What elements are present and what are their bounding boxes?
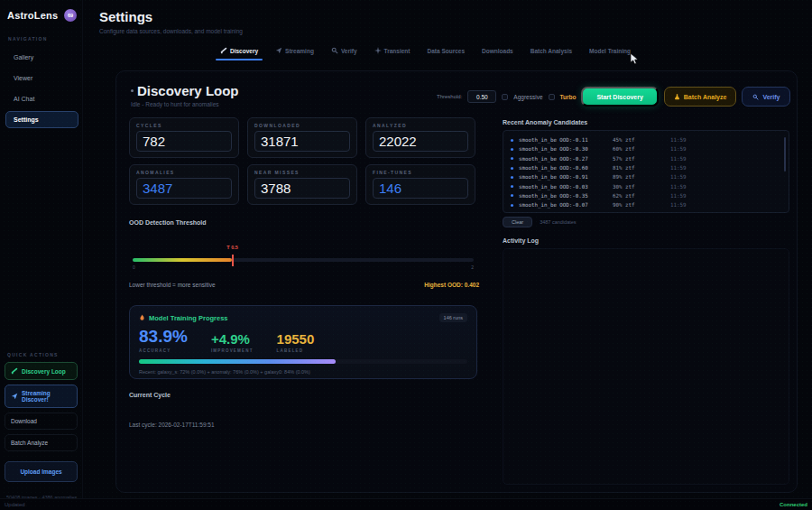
threshold-label: Threshold:	[437, 94, 462, 99]
candidates-count: 3487 candidates	[540, 219, 576, 225]
aggressive-checkbox[interactable]	[502, 94, 508, 100]
brand-badge-icon[interactable]: 69	[64, 9, 77, 22]
threshold-marker-label: T 0.5	[226, 245, 238, 250]
candidate-confidence: 57% ztf	[613, 156, 660, 162]
improvement-label: IMPROVEMENT	[211, 348, 254, 353]
candidate-time: 11:59	[670, 165, 686, 171]
threshold-input[interactable]	[467, 90, 496, 103]
slider-range-labels: 0 2	[133, 264, 474, 270]
tab-discovery[interactable]: Discovery	[220, 47, 258, 54]
tab-data-sources[interactable]: Data Sources	[428, 48, 466, 54]
slider-min-label: 0	[133, 264, 135, 270]
candidate-label: smooth_in_be OOD:-0.35	[519, 193, 613, 199]
verify-button[interactable]: Verify	[742, 87, 790, 107]
sidebar-item-settings[interactable]: Settings	[5, 111, 78, 128]
flask-icon	[674, 93, 680, 100]
status-bar: Updated Connected	[0, 498, 812, 510]
bullet-icon	[511, 176, 513, 179]
candidate-time: 11:59	[670, 174, 686, 180]
stat-card-cycles: CYCLES 782	[129, 117, 239, 158]
activity-log-panel	[503, 248, 789, 485]
stat-card-downloaded: DOWNLOADED 31871	[247, 117, 357, 158]
quick-batch-analyze-button[interactable]: Batch Analyze	[5, 434, 78, 451]
page-title: Settings	[99, 9, 152, 24]
discovery-loop-title: Discovery Loop	[137, 83, 239, 98]
scrollbar[interactable]	[784, 137, 786, 172]
stat-label: ANALYZED	[373, 123, 468, 128]
candidate-time: 11:59	[670, 156, 686, 162]
tab-downloads[interactable]: Downloads	[482, 48, 513, 54]
tab-batch-analysis[interactable]: Batch Analysis	[531, 48, 572, 54]
quick-download-button[interactable]: Download	[5, 413, 78, 430]
tab-model-training[interactable]: Model Training	[589, 48, 631, 54]
upload-images-button[interactable]: Upload Images	[5, 461, 78, 482]
bullet-icon	[511, 139, 513, 142]
candidate-row[interactable]: smooth_in_be OOD:-0.35 62% ztf 11:59	[511, 191, 783, 200]
candidate-row[interactable]: smooth_in_be OOD:-0.11 45% ztf 11:59	[511, 135, 783, 144]
tab-streaming[interactable]: Streaming	[275, 47, 314, 54]
tab-verify[interactable]: Verify	[331, 47, 357, 54]
magnifier-icon	[752, 94, 759, 100]
stat-label: NEAR MISSES	[254, 170, 350, 175]
candidate-row[interactable]: smooth_in_be OOD:-0.07 90% ztf 11:59	[511, 200, 783, 209]
candidate-row[interactable]: smooth_in_be OOD:-0.60 81% ztf 11:59	[511, 163, 783, 172]
bullet-icon	[511, 194, 513, 197]
discovery-loop-status: Idle - Ready to hunt for anomalies	[131, 101, 239, 107]
verify-label: Verify	[762, 94, 780, 100]
ood-footer: Lower threshold = more sensitive Highest…	[129, 282, 479, 288]
stats-grid: CYCLES 782 DOWNLOADED 31871 ANALYZED 220…	[129, 117, 475, 205]
stat-value: 22022	[373, 131, 468, 152]
stat-value: 782	[136, 131, 232, 152]
candidate-label: smooth_in_be OOD:-0.11	[519, 137, 613, 143]
tab-transient[interactable]: Transient	[374, 47, 411, 54]
quick-actions: QUICK ACTIONS Discovery Loop Streaming D…	[5, 352, 78, 500]
candidates-footer: Clear 3487 candidates	[503, 217, 577, 227]
training-title: Model Training Progress	[149, 314, 228, 322]
candidate-label: smooth_in_be OOD:-0.30	[519, 146, 613, 152]
connection-status: Connected	[780, 502, 807, 507]
candidates-panel[interactable]: smooth_in_be OOD:-0.11 45% ztf 11:59 smo…	[503, 130, 789, 213]
stat-value: 146	[373, 178, 468, 199]
bullet-icon	[511, 204, 513, 207]
sidebar-item-viewer[interactable]: Viewer	[5, 70, 78, 87]
flame-icon	[139, 314, 145, 321]
training-progress-bar	[139, 359, 467, 364]
candidate-row[interactable]: smooth_in_be OOD:-0.03 30% ztf 11:59	[511, 181, 783, 190]
model-training-card: Model Training Progress 146 runs 83.9% A…	[129, 305, 477, 379]
slider-track[interactable]: T 0.5	[133, 258, 474, 262]
candidate-time: 11:59	[670, 184, 686, 190]
start-discovery-button[interactable]: Start Discovery	[581, 87, 658, 107]
sidebar-item-ai-chat[interactable]: AI Chat	[5, 90, 78, 107]
quick-discovery-loop-button[interactable]: Discovery Loop	[5, 362, 78, 380]
turbo-checkbox[interactable]	[549, 94, 555, 100]
sidebar-item-gallery[interactable]: Gallery	[5, 49, 78, 66]
candidate-confidence: 89% ztf	[613, 174, 660, 180]
activity-log-title: Activity Log	[503, 237, 539, 244]
stat-card-fine-tunes: FINE-TUNES 146	[365, 164, 475, 205]
candidate-row[interactable]: smooth_in_be OOD:-0.30 60% ztf 11:59	[511, 144, 783, 153]
stat-label: CYCLES	[136, 123, 232, 128]
candidate-row[interactable]: smooth_in_be OOD:-0.27 57% ztf 11:59	[511, 154, 783, 163]
bullet-icon	[511, 167, 513, 170]
quick-streaming-discover-button[interactable]: Streaming Discover!	[5, 385, 78, 408]
paper-plane-icon	[275, 47, 282, 54]
batch-analyze-button[interactable]: Batch Analyze	[664, 87, 737, 107]
stat-card-near-misses: NEAR MISSES 3788	[247, 164, 357, 205]
magnifier-icon	[331, 47, 338, 54]
ood-slider[interactable]: T 0.5 0 2	[129, 253, 479, 269]
quick-streaming-discover-label: Streaming Discover!	[22, 390, 71, 403]
candidate-label: smooth_in_be OOD:-0.27	[519, 156, 613, 162]
stat-value: 3487	[136, 178, 232, 199]
labeled-label: LABELED	[277, 348, 315, 353]
tab-label: Transient	[384, 48, 411, 54]
training-title-row: Model Training Progress	[139, 314, 228, 322]
clear-button[interactable]: Clear	[503, 217, 532, 227]
nav-heading: NAVIGATION	[5, 36, 78, 42]
candidate-row[interactable]: smooth_in_be OOD:-0.91 89% ztf 11:59	[511, 172, 783, 181]
highest-ood-value: Highest OOD: 0.402	[424, 282, 479, 288]
candidates-title: Recent Anomaly Candidates	[503, 119, 587, 125]
labeled-value: 19550	[277, 331, 315, 347]
improvement-value: +4.9%	[211, 331, 254, 347]
metric-labeled: 19550 LABELED	[277, 331, 315, 353]
tab-label: Streaming	[285, 48, 314, 54]
